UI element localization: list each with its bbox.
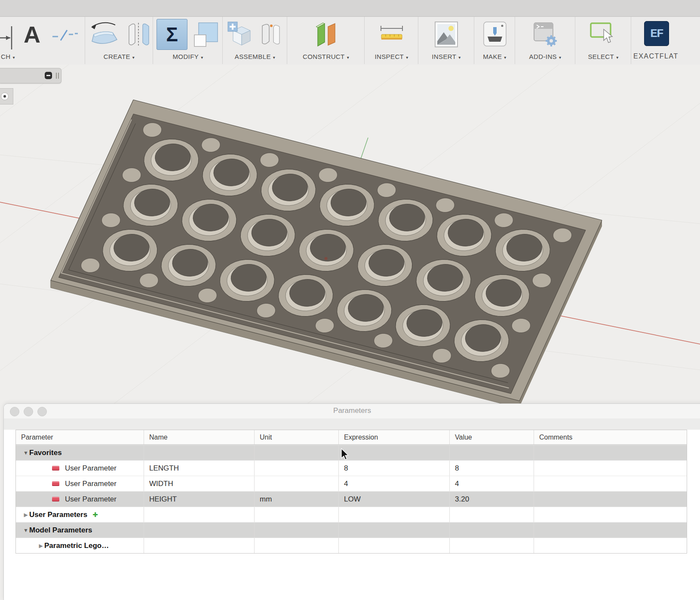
- dropdown-arrow-icon: ▾: [559, 55, 561, 60]
- dropdown-arrow-icon: ▾: [504, 55, 506, 60]
- measure-icon[interactable]: [378, 22, 405, 46]
- param-unit[interactable]: mm: [255, 492, 339, 507]
- toolbar-label-exactflat[interactable]: EXACTFLAT: [633, 52, 679, 60]
- table-row-user-parameters[interactable]: ▶ User Parameters ✚: [16, 507, 687, 522]
- toolbar-label-sketch[interactable]: CH▾: [0, 53, 28, 60]
- dialog-title: Parameters: [4, 406, 700, 415]
- toolbar-group-make: MAKE▾: [474, 17, 515, 64]
- add-parameter-button[interactable]: ✚: [92, 511, 98, 519]
- mouse-cursor: [341, 448, 351, 462]
- table-row-height[interactable]: User Parameter HEIGHT mm LOW 3.20: [16, 491, 687, 507]
- param-comments[interactable]: [534, 492, 685, 507]
- radio-dot-icon: [3, 95, 6, 98]
- toolbar-label-addins[interactable]: ADD-INS▾: [515, 53, 575, 60]
- window-chrome-strip: [0, 0, 700, 17]
- col-header-name[interactable]: Name: [144, 430, 255, 444]
- drag-grip-icon[interactable]: [56, 73, 57, 79]
- toolbar-label-select[interactable]: SELECT▾: [575, 53, 631, 60]
- table-header-row: Parameter Name Unit Expression Value Com…: [16, 430, 687, 445]
- param-expression[interactable]: 4: [339, 476, 450, 491]
- expand-triangle-icon[interactable]: ▼: [22, 450, 29, 456]
- construction-planes-icon[interactable]: [313, 21, 339, 48]
- toolbar-label-assemble[interactable]: ASSEMBLE▾: [223, 53, 287, 60]
- origin-visibility-chip[interactable]: [0, 88, 13, 105]
- dropdown-arrow-icon: ▾: [347, 55, 349, 60]
- insert-image-icon[interactable]: [434, 21, 458, 48]
- toolbar-group-modify: Σ MODIFY▾: [153, 17, 223, 64]
- param-value: 8: [450, 461, 534, 476]
- dimension-extend-icon[interactable]: [0, 23, 16, 53]
- param-name[interactable]: WIDTH: [144, 476, 255, 491]
- viewport-canvas: [0, 65, 700, 409]
- dropdown-arrow-icon: ▾: [12, 55, 15, 60]
- param-type-label: User Parameter: [65, 480, 117, 488]
- new-component-icon[interactable]: [227, 21, 253, 48]
- fusion360-screen: A CH▾: [0, 0, 700, 600]
- group-label: Model Parameters: [29, 526, 92, 535]
- joint-icon[interactable]: [259, 22, 283, 47]
- parameters-dialog: Parameters Parameter Name Unit Expressio…: [3, 403, 700, 600]
- expand-triangle-icon[interactable]: ▼: [22, 527, 29, 533]
- exactflat-icon[interactable]: EF: [644, 21, 669, 46]
- 3d-viewport[interactable]: [0, 65, 700, 409]
- col-header-unit[interactable]: Unit: [255, 430, 339, 444]
- dropdown-arrow-icon: ▾: [458, 55, 461, 60]
- user-parameter-icon: [52, 466, 59, 471]
- dropdown-arrow-icon: ▾: [406, 55, 408, 60]
- param-comments[interactable]: [534, 461, 685, 476]
- param-comments[interactable]: [534, 476, 685, 491]
- col-header-value[interactable]: Value: [450, 430, 534, 444]
- expand-triangle-icon[interactable]: ▶: [22, 512, 29, 518]
- dialog-titlebar[interactable]: Parameters: [4, 404, 700, 419]
- expand-triangle-icon[interactable]: ▶: [37, 543, 44, 549]
- change-parameters-sigma-icon[interactable]: Σ: [157, 19, 187, 50]
- table-row-length[interactable]: User Parameter LENGTH 8 8: [16, 460, 687, 476]
- param-unit[interactable]: [255, 461, 339, 476]
- param-expression[interactable]: LOW: [339, 492, 450, 507]
- mirror-icon[interactable]: [126, 20, 151, 49]
- origin-point: [325, 257, 328, 260]
- dropdown-arrow-icon: ▾: [616, 55, 618, 60]
- param-unit[interactable]: [255, 476, 339, 491]
- col-header-expression[interactable]: Expression: [339, 430, 450, 444]
- toolbar-label-inspect[interactable]: INSPECT▾: [365, 53, 418, 60]
- parameters-table: Parameter Name Unit Expression Value Com…: [15, 430, 687, 554]
- 3d-print-icon[interactable]: [482, 21, 508, 48]
- browser-collapsed-bar[interactable]: [0, 68, 61, 83]
- param-value: 4: [450, 476, 534, 491]
- toolbar-label-insert[interactable]: INSERT▾: [418, 53, 474, 60]
- main-toolbar: A CH▾: [0, 17, 700, 65]
- param-name[interactable]: LENGTH: [144, 461, 255, 476]
- param-value: 3.20: [450, 492, 534, 507]
- revolve-icon[interactable]: [87, 19, 120, 50]
- construction-line-icon[interactable]: [52, 26, 79, 45]
- dropdown-arrow-icon: ▾: [132, 55, 135, 60]
- table-row-favorites[interactable]: ▼ Favorites: [16, 445, 687, 460]
- toolbar-group-create: CREATE▾: [85, 17, 153, 64]
- table-row-width[interactable]: User Parameter WIDTH 4 4: [16, 476, 687, 491]
- toolbar-label-make[interactable]: MAKE▾: [474, 53, 515, 60]
- table-row-parametric-lego[interactable]: ▶ Parametric Lego…: [16, 538, 687, 553]
- toolbar-group-addins: ADD-INS▾: [515, 17, 575, 64]
- toolbar-label-modify[interactable]: MODIFY▾: [153, 53, 223, 60]
- toolbar-group-insert: INSERT▾: [418, 17, 474, 64]
- collapse-icon[interactable]: [45, 72, 52, 79]
- scripts-addins-icon[interactable]: [531, 21, 559, 48]
- param-name[interactable]: HEIGHT: [144, 492, 255, 507]
- toolbar-label-construct[interactable]: CONSTRUCT▾: [287, 53, 365, 60]
- toolbar-group-sketch: A CH▾: [0, 17, 85, 64]
- press-pull-icon[interactable]: [193, 21, 219, 48]
- param-type-label: User Parameter: [65, 464, 117, 473]
- subgroup-label: Parametric Lego…: [44, 542, 109, 550]
- col-header-parameter[interactable]: Parameter: [16, 430, 144, 444]
- text-icon[interactable]: A: [24, 19, 40, 49]
- dropdown-arrow-icon: ▾: [273, 55, 275, 60]
- table-row-model-parameters[interactable]: ▼ Model Parameters: [16, 522, 687, 538]
- toolbar-group-construct: CONSTRUCT▾: [287, 17, 365, 64]
- select-window-icon[interactable]: [589, 22, 617, 47]
- param-expression[interactable]: 8: [339, 461, 450, 476]
- col-header-comments[interactable]: Comments: [534, 430, 685, 444]
- dialog-toolbar-band: [4, 418, 700, 430]
- toolbar-group-select: SELECT▾: [575, 17, 631, 64]
- toolbar-label-create[interactable]: CREATE▾: [85, 53, 153, 60]
